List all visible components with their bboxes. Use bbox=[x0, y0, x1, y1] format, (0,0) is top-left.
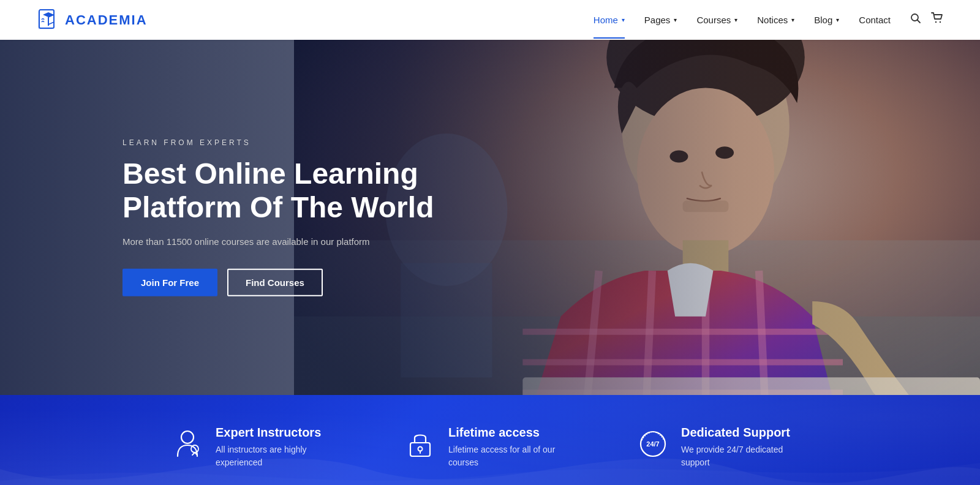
features-list: Expert Instructors All instructors are h… bbox=[0, 426, 980, 469]
nav-icons bbox=[910, 12, 943, 28]
nav-home[interactable]: Home ▾ bbox=[594, 15, 625, 25]
feature-support-desc: We provide 24/7 dedicated support bbox=[681, 443, 809, 469]
cart-icon[interactable] bbox=[931, 12, 943, 28]
svg-point-34 bbox=[418, 447, 423, 451]
svg-rect-33 bbox=[410, 443, 430, 456]
logo[interactable]: ACADEMIA bbox=[37, 9, 148, 32]
svg-point-29 bbox=[181, 431, 194, 443]
clock247-icon: 24/7 bbox=[637, 428, 669, 460]
feature-expert-instructors: Expert Instructors All instructors are h… bbox=[172, 426, 343, 469]
feature-dedicated-support: 24/7 Dedicated Support We provide 24/7 d… bbox=[637, 426, 809, 469]
hero-eyebrow: LEARN FROM EXPERTS bbox=[123, 138, 441, 147]
nav-notices[interactable]: Notices ▾ bbox=[757, 15, 794, 25]
feature-support-title: Dedicated Support bbox=[681, 426, 809, 440]
svg-point-5 bbox=[940, 21, 941, 23]
hero-title: Best Online Learning Platform Of The Wor… bbox=[123, 157, 441, 224]
search-icon[interactable] bbox=[910, 13, 921, 27]
lock-icon bbox=[404, 428, 436, 460]
feature-lifetime-desc: Lifetime access for all of our courses bbox=[448, 443, 576, 469]
chevron-down-icon: ▾ bbox=[836, 17, 839, 23]
nav-courses[interactable]: Courses ▾ bbox=[696, 15, 737, 25]
feature-lifetime-title: Lifetime access bbox=[448, 426, 576, 440]
logo-icon bbox=[37, 9, 60, 32]
svg-text:24/7: 24/7 bbox=[646, 440, 659, 448]
find-courses-button[interactable]: Find Courses bbox=[227, 269, 323, 296]
features-strip: Expert Instructors All instructors are h… bbox=[0, 395, 980, 485]
main-nav: Home ▾ Pages ▾ Courses ▾ Notices ▾ Blog … bbox=[594, 12, 943, 28]
chevron-down-icon: ▾ bbox=[674, 17, 677, 23]
nav-blog[interactable]: Blog ▾ bbox=[814, 15, 839, 25]
site-header: ACADEMIA Home ▾ Pages ▾ Courses ▾ Notice… bbox=[0, 0, 980, 40]
svg-rect-1 bbox=[39, 10, 54, 28]
hero-content: LEARN FROM EXPERTS Best Online Learning … bbox=[123, 138, 441, 296]
feature-instructors-desc: All instructors are highly experienced bbox=[216, 443, 343, 469]
chevron-down-icon: ▾ bbox=[791, 17, 794, 23]
hero-section: LEARN FROM EXPERTS Best Online Learning … bbox=[0, 40, 980, 395]
join-free-button[interactable]: Join For Free bbox=[123, 269, 217, 296]
feature-lifetime-access: Lifetime access Lifetime access for all … bbox=[404, 426, 576, 469]
logo-text: ACADEMIA bbox=[65, 12, 148, 28]
chevron-down-icon: ▾ bbox=[622, 17, 625, 23]
nav-contact[interactable]: Contact bbox=[859, 15, 891, 25]
feature-instructors-title: Expert Instructors bbox=[216, 426, 343, 440]
svg-point-4 bbox=[935, 21, 937, 23]
svg-line-3 bbox=[918, 20, 921, 23]
nav-pages[interactable]: Pages ▾ bbox=[644, 15, 677, 25]
hero-buttons: Join For Free Find Courses bbox=[123, 269, 441, 296]
chevron-down-icon: ▾ bbox=[734, 17, 737, 23]
person-icon bbox=[172, 428, 203, 460]
hero-subtitle: More than 11500 online courses are avail… bbox=[123, 236, 441, 247]
